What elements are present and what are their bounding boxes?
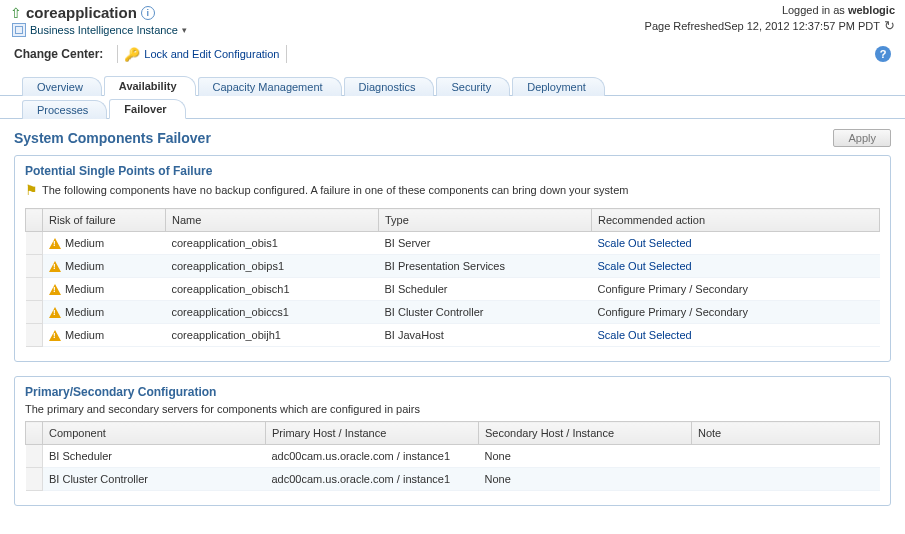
row-corner: [26, 468, 43, 491]
risk-text: Medium: [65, 329, 104, 341]
tab-capacity-management[interactable]: Capacity Management: [198, 77, 342, 96]
cell-action: Configure Primary / Secondary: [592, 278, 880, 301]
table-row: Mediumcoreapplication_obips1BI Presentat…: [26, 255, 880, 278]
cell-secondary: None: [479, 468, 692, 491]
table-row: BI Cluster Controlleradc00cam.us.oracle.…: [26, 468, 880, 491]
primary-panel-desc: The primary and secondary servers for co…: [25, 403, 880, 415]
subtab-failover[interactable]: Failover: [109, 99, 185, 119]
col-component: Component: [43, 422, 266, 445]
action-link[interactable]: Scale Out Selected: [598, 329, 692, 341]
cell-primary: adc00cam.us.oracle.com / instance1: [266, 468, 479, 491]
header-left: ⇧ coreapplication i Business Intelligenc…: [10, 4, 187, 37]
row-corner: [26, 301, 43, 324]
instance-icon: [12, 23, 26, 37]
failure-panel-desc-text: The following components have no backup …: [42, 184, 628, 196]
tab-overview[interactable]: Overview: [22, 77, 102, 96]
primary-table: Component Primary Host / Instance Second…: [25, 421, 880, 491]
col-action: Recommended action: [592, 209, 880, 232]
cell-risk: Medium: [43, 255, 166, 278]
row-corner: [26, 445, 43, 468]
cell-secondary: None: [479, 445, 692, 468]
apply-button[interactable]: Apply: [833, 129, 891, 147]
cell-risk: Medium: [43, 324, 166, 347]
title-row: ⇧ coreapplication i: [10, 4, 187, 21]
table-row: Mediumcoreapplication_obijh1BI JavaHostS…: [26, 324, 880, 347]
cell-type: BI JavaHost: [379, 324, 592, 347]
header-right: Logged in as weblogic Page Refreshed Sep…: [645, 4, 895, 33]
risk-text: Medium: [65, 283, 104, 295]
primary-panel-title: Primary/Secondary Configuration: [25, 385, 880, 399]
page-refreshed-prefix: Page Refreshed: [645, 20, 725, 32]
help-icon[interactable]: ?: [875, 46, 891, 62]
logged-in-prefix: Logged in as: [782, 4, 848, 16]
primary-secondary-panel: Primary/Secondary Configuration The prim…: [14, 376, 891, 506]
tab-security[interactable]: Security: [436, 77, 510, 96]
instance-label: Business Intelligence Instance: [30, 24, 178, 36]
divider: [286, 45, 287, 63]
cell-risk: Medium: [43, 301, 166, 324]
cell-component: BI Scheduler: [43, 445, 266, 468]
row-corner: [26, 255, 43, 278]
lock-icon: 🔑: [124, 47, 140, 62]
cell-name: coreapplication_obisch1: [166, 278, 379, 301]
warning-icon: [49, 284, 61, 295]
cell-risk: Medium: [43, 232, 166, 255]
col-secondary: Secondary Host / Instance: [479, 422, 692, 445]
content-title: System Components Failover: [14, 130, 211, 146]
cell-note: [692, 468, 880, 491]
subtab-processes[interactable]: Processes: [22, 100, 107, 119]
page-refreshed-time: Sep 12, 2012 12:37:57 PM PDT: [724, 20, 880, 32]
table-row: Mediumcoreapplication_obiccs1BI Cluster …: [26, 301, 880, 324]
tab-diagnostics[interactable]: Diagnostics: [344, 77, 435, 96]
failure-table: Risk of failure Name Type Recommended ac…: [25, 208, 880, 347]
risk-text: Medium: [65, 260, 104, 272]
warning-icon: [49, 307, 61, 318]
col-primary: Primary Host / Instance: [266, 422, 479, 445]
change-center-bar: Change Center: 🔑 Lock and Edit Configura…: [0, 39, 905, 73]
col-type: Type: [379, 209, 592, 232]
cell-action: Scale Out Selected: [592, 232, 880, 255]
page-header: ⇧ coreapplication i Business Intelligenc…: [0, 0, 905, 39]
main-tabs: Overview Availability Capacity Managemen…: [0, 73, 905, 96]
app-title: coreapplication: [26, 4, 137, 21]
row-corner: [26, 278, 43, 301]
page-refreshed: Page Refreshed Sep 12, 2012 12:37:57 PM …: [645, 18, 895, 33]
risk-text: Medium: [65, 237, 104, 249]
row-corner: [26, 232, 43, 255]
table-row: Mediumcoreapplication_obis1BI ServerScal…: [26, 232, 880, 255]
action-link[interactable]: Scale Out Selected: [598, 237, 692, 249]
table-row: Mediumcoreapplication_obisch1BI Schedule…: [26, 278, 880, 301]
action-link[interactable]: Scale Out Selected: [598, 260, 692, 272]
warning-icon: [49, 261, 61, 272]
change-center-label: Change Center:: [14, 47, 103, 61]
cell-component: BI Cluster Controller: [43, 468, 266, 491]
info-icon[interactable]: i: [141, 6, 155, 20]
row-corner: [26, 324, 43, 347]
divider: [117, 45, 118, 63]
cell-type: BI Cluster Controller: [379, 301, 592, 324]
cell-type: BI Scheduler: [379, 278, 592, 301]
instance-menu[interactable]: Business Intelligence Instance ▾: [12, 23, 187, 37]
cell-type: BI Server: [379, 232, 592, 255]
failure-panel: Potential Single Points of Failure ⚑ The…: [14, 155, 891, 362]
table-row: BI Scheduleradc00cam.us.oracle.com / ins…: [26, 445, 880, 468]
cell-name: coreapplication_obips1: [166, 255, 379, 278]
cell-risk: Medium: [43, 278, 166, 301]
content-area: System Components Failover Apply Potenti…: [0, 119, 905, 530]
lock-edit-link[interactable]: Lock and Edit Configuration: [144, 48, 279, 60]
cell-name: coreapplication_obiccs1: [166, 301, 379, 324]
col-name: Name: [166, 209, 379, 232]
cell-action: Configure Primary / Secondary: [592, 301, 880, 324]
flag-icon: ⚑: [25, 182, 38, 198]
tab-deployment[interactable]: Deployment: [512, 77, 605, 96]
tab-availability[interactable]: Availability: [104, 76, 196, 96]
cell-action: Scale Out Selected: [592, 255, 880, 278]
content-header: System Components Failover Apply: [14, 129, 891, 147]
cell-note: [692, 445, 880, 468]
cell-name: coreapplication_obis1: [166, 232, 379, 255]
refresh-icon[interactable]: ↻: [884, 18, 895, 33]
col-note: Note: [692, 422, 880, 445]
warning-icon: [49, 330, 61, 341]
col-risk: Risk of failure: [43, 209, 166, 232]
table-corner: [26, 209, 43, 232]
